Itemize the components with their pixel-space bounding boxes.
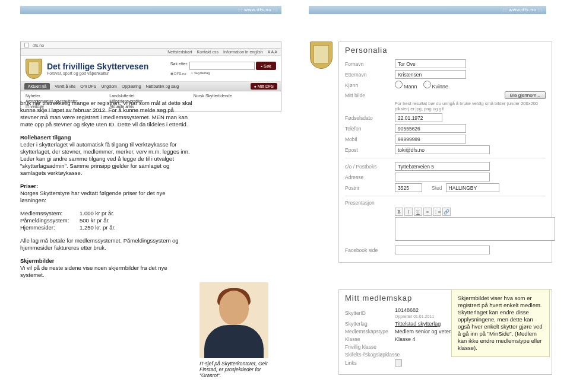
personalia-panel: Personalia Fornavn Etternavn Kjønn Mann … [338,42,552,263]
field-label: Links [345,360,391,366]
search-input[interactable] [189,62,255,70]
nav-tab[interactable]: Opplæring [122,84,141,88]
subnav-link [194,104,276,109]
portrait-caption: IT-sjef på Skytterkontoret, Geir Finstad… [200,361,283,378]
kjonn-kvinne-radio[interactable] [423,81,431,88]
price-value: 1.000 kr pr år. [80,210,115,217]
skytterlag-link[interactable]: Tittelstad skytterlag [395,321,441,327]
nav-tab[interactable]: Om DFS [80,84,96,88]
nav-mitt-dfs[interactable]: ● Mitt DFS [251,83,277,90]
field-label: Presentasjon [345,200,391,206]
subnav-link[interactable]: Norsk Skyttertidende [194,94,276,98]
search-opt[interactable]: DFS.no [174,72,186,75]
nav-tab[interactable]: Ungdom [101,84,116,88]
skytterid-value: 10148682 [395,307,419,313]
article-text: bruk når tilstrekkelig mange er registre… [20,100,192,285]
field-label: SkytterID [345,310,391,316]
header-stripe-right: ::: www.dfs.no ::: [309,6,546,14]
kjonn-mann-radio[interactable] [395,81,403,88]
price-label: Medlemssystem: [20,210,80,217]
postnr-input[interactable] [395,183,422,192]
logo-crest [310,42,332,69]
field-label: Skytterlag [345,321,391,327]
telefon-input[interactable] [395,124,466,133]
field-label: Facebook side [345,247,391,253]
body-p: Vi vil på de neste sidene vise noen skje… [20,264,167,278]
subnav-link[interactable]: Nyheter [26,94,108,98]
radio-label: Kvinne [432,84,449,90]
portrait-image [200,282,268,358]
price-label: Påmeldingssystem: [20,217,80,224]
italic-icon[interactable]: I [404,208,413,216]
toplink[interactable]: Nettstedskart [167,50,192,54]
field-label: Sted [432,185,442,191]
body-p: Alle lag må betale for medlemssystemet. … [20,237,192,251]
field-label: Kjønn [345,82,391,88]
list-icon[interactable]: ≡ [423,208,432,216]
field-label: Telefon [345,126,391,132]
portrait-photo: IT-sjef på Skytterkontoret, Geir Finstad… [200,282,271,378]
bold-icon[interactable]: B [395,208,403,216]
field-label: Mitt bilde [345,93,391,98]
price-table: Medlemssystem:1.000 kr pr år. Påmeldings… [20,210,192,231]
underline-icon[interactable]: U [414,208,422,216]
presentasjon-textarea[interactable] [395,217,555,241]
nav-tab[interactable]: Nettbutikk og salg [146,84,179,88]
adresse-input[interactable] [395,173,490,181]
field-label: Fødselsdato [345,115,391,121]
browse-button[interactable]: Bla gjennom... [505,91,546,99]
nav-tab[interactable]: Verdt å vite [55,84,75,88]
rte-toolbar: B I U ≡ ⋮≡ 🔗 [395,208,546,216]
logo-crest [26,59,42,79]
epost-input[interactable] [395,145,490,154]
link-icon[interactable]: 🔗 [442,208,451,216]
search-opt[interactable]: Skytterlag [194,71,210,75]
medlemskapstype-value: Medlem senior og veteran [395,329,457,334]
font-size-controls[interactable]: A A A [268,50,277,54]
fdato-input[interactable] [395,113,442,122]
body-heading: Priser: [20,183,38,189]
field-label: Postnr [345,185,391,191]
field-label: Adresse [345,174,391,180]
panel-title: Personalia [345,46,546,55]
body-heading: Skjermbilder [20,257,55,264]
price-value: 1.250 kr. pr år. [80,224,116,231]
etternavn-input[interactable] [395,70,466,79]
site-tagline: Forsvar, sport og god våpenkultur [47,71,148,75]
browser-favicon [24,43,29,47]
field-label: c/o / Postboks [345,164,391,170]
skytterid-created: Opprettet 01.01.2011 [395,314,434,318]
links-icon[interactable] [395,359,402,366]
header-stripe-left: ::: www.dfs.no ::: [20,6,281,14]
klasse-value: Klasse 4 [395,336,416,342]
search-label: Søk etter: [170,62,188,70]
url-text: dfs.no [33,43,44,47]
mobil-input[interactable] [395,135,466,144]
field-label: Fornavn [345,61,391,67]
sted-input[interactable] [446,183,499,192]
body-p: Norges Skytterstyre har vedtatt følgende… [20,190,165,203]
toplink[interactable]: Information in english [223,50,263,54]
list-icon[interactable]: ⋮≡ [433,208,441,216]
fornavn-input[interactable] [395,59,466,68]
facebook-input[interactable] [395,246,490,254]
radio-label: Mann [404,84,417,90]
body-heading: Rollebasert tilgang [20,134,71,141]
body-p: Leder i skytterlaget vil automatisk få t… [20,141,190,176]
field-label: Skifelts-/Skogsløpklasse [345,352,416,358]
callout-box: Skjermbildet viser hva som er registrert… [451,289,550,357]
hint-text: For best resultat bør du unngå å bruke v… [395,101,546,111]
toplink[interactable]: Kontakt oss [197,50,219,54]
field-label: Epost [345,147,391,153]
body-p: bruk når tilstrekkelig mange er registre… [20,100,192,128]
field-label: Medlemsskapstype [345,329,391,334]
field-label: Klasse [345,336,391,342]
field-label: Mobil [345,136,391,142]
subnav-link[interactable]: Landslotteriet [109,94,192,98]
co-input[interactable] [395,162,490,171]
price-label: Hjemmesider: [20,224,80,231]
search-button[interactable]: • Søk [256,62,276,70]
field-label: Etternavn [345,72,391,78]
nav-tab[interactable]: Aktuelt nå [24,83,50,90]
site-title: Det frivillige Skyttervesen [47,62,148,71]
